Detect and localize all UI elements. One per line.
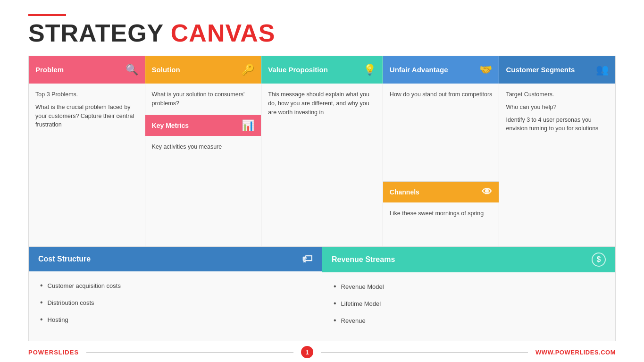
cost-header: Cost Structure 🏷 [29,247,322,271]
cost-item-2: Distribution costs [40,295,310,310]
cost-label: Cost Structure [38,255,91,263]
unfair-body1: How do you stand out from competitors [390,90,493,99]
col-customer: Customer Segments 👥 Target Customers. Wh… [499,56,615,246]
revenue-item-2: Lifetime Model [334,296,604,311]
problem-body: Top 3 Problems. What is the crucial prob… [29,84,145,246]
unfair-inner: How do you stand out from competitors Ch… [383,84,499,246]
value-label: Value Proposition [268,66,328,74]
key-icon: 🔑 [242,64,254,76]
col-value: Value Proposition 💡 This message should … [261,56,383,246]
search-icon: 🔍 [125,64,138,76]
cost-item-1: Customer acquisition costs [40,278,310,293]
key-metrics-label: Key Metrics [152,122,189,129]
title-red: CANVAS [171,19,276,47]
channels-header: Channels 👁 [383,182,499,202]
dollar-icon: $ [592,253,606,267]
page-number: 1 [301,346,313,358]
solution-inner: What is your solution to consumers' prob… [145,84,261,246]
footer-line-left [86,352,293,353]
page: STRATEGY CANVAS Problem 🔍 Top 3 Problems… [0,0,644,362]
footer: POWERSLIDES 1 WWW.POWERLIDES.COM [28,341,616,362]
revenue-header: Revenue Streams $ [322,247,615,272]
value-body: This message should explain what you do,… [261,84,383,246]
customer-text2: Who can you help? [506,103,609,112]
problem-text1: Top 3 Problems. [35,90,138,99]
cost-body: Customer acquisition costs Distribution … [29,271,322,341]
brand-logo: POWERSLIDES [28,349,79,356]
channels-label: Channels [390,188,419,196]
channels-text: Like these sweet mornings of spring [390,209,493,218]
header: STRATEGY CANVAS [28,14,616,45]
key-metrics-body: Key activities you measure [145,136,261,247]
header-accent-line [28,14,66,16]
footer-url: WWW.POWERLIDES.COM [535,349,616,356]
key-metrics-text: Key activities you measure [152,143,255,152]
value-text1: This message should explain what you do,… [268,90,376,117]
lightbulb-icon: 💡 [363,64,376,76]
unfair-text: How do you stand out from competitors [383,84,499,181]
key-metrics-header: Key Metrics 📊 [145,115,261,136]
handshake-icon: 🤝 [479,64,492,76]
solution-label: Solution [152,66,180,74]
channels-body: Like these sweet mornings of spring [383,202,499,246]
unfair-header: Unfair Advantage 🤝 [383,56,499,84]
problem-text2: What is the crucial problem faced by you… [35,103,138,129]
revenue-item-3: Revenue [334,313,604,328]
bottom-section: Cost Structure 🏷 Customer acquisition co… [28,247,616,341]
customer-label: Customer Segments [506,66,575,74]
customer-text1: Target Customers. [506,90,609,99]
eye-icon: 👁 [482,186,492,198]
cost-item-3: Hosting [40,312,310,327]
revenue-list: Revenue Model Lifetime Model Revenue [334,279,604,328]
brand-red: SLIDES [54,349,79,356]
cost-list: Customer acquisition costs Distribution … [40,278,310,327]
tag-icon: 🏷 [302,253,312,265]
customer-text3: Identify 3 to 4 user personas you envisi… [506,116,609,134]
people-icon: 👥 [596,64,609,76]
title-black: STRATEGY [28,19,171,47]
solution-header: Solution 🔑 [145,56,261,84]
col-problem: Problem 🔍 Top 3 Problems. What is the cr… [29,56,145,246]
customer-body: Target Customers. Who can you help? Iden… [499,84,615,246]
revenue-body: Revenue Model Lifetime Model Revenue [322,272,615,341]
cost-col: Cost Structure 🏷 Customer acquisition co… [29,247,322,341]
customer-header: Customer Segments 👥 [499,56,615,84]
value-header: Value Proposition 💡 [261,56,383,84]
problem-header: Problem 🔍 [29,56,145,84]
solution-body1: What is your solution to consumers' prob… [152,90,255,108]
revenue-col: Revenue Streams $ Revenue Model Lifetime… [322,247,615,341]
col-unfair: Unfair Advantage 🤝 How do you stand out … [383,56,500,246]
canvas-area: Problem 🔍 Top 3 Problems. What is the cr… [28,56,616,341]
page-title: STRATEGY CANVAS [28,21,616,45]
channels-area: Channels 👁 Like these sweet mornings of … [383,181,499,246]
footer-line-right [321,352,528,353]
revenue-label: Revenue Streams [332,255,395,264]
col-solution: Solution 🔑 What is your solution to cons… [145,56,262,246]
problem-label: Problem [35,66,64,74]
unfair-label: Unfair Advantage [390,66,448,74]
revenue-item-1: Revenue Model [334,279,604,294]
chart-icon: 📊 [242,119,254,132]
solution-text: What is your solution to consumers' prob… [145,84,261,115]
key-metrics-area: Key Metrics 📊 Key activities you measure [145,115,261,247]
top-section: Problem 🔍 Top 3 Problems. What is the cr… [28,56,616,247]
brand-black: POWER [28,349,54,356]
